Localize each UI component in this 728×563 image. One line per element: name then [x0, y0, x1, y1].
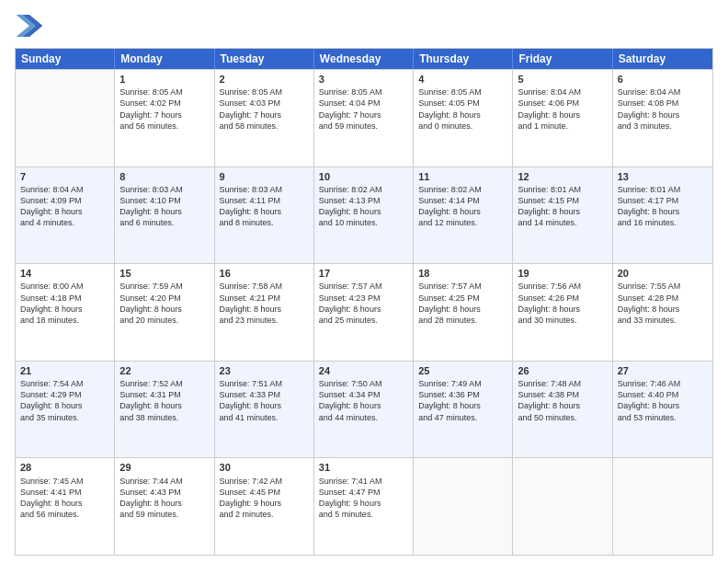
day-number: 29 — [119, 461, 209, 474]
calendar-cell: 17Sunrise: 7:57 AM Sunset: 4:23 PM Dayli… — [314, 264, 414, 361]
cell-info: Sunrise: 7:57 AM Sunset: 4:23 PM Dayligh… — [319, 281, 408, 326]
cell-info: Sunrise: 8:01 AM Sunset: 4:17 PM Dayligh… — [618, 184, 708, 229]
calendar-row: 7Sunrise: 8:04 AM Sunset: 4:09 PM Daylig… — [16, 167, 712, 264]
cal-header-day: Friday — [513, 49, 612, 69]
day-number: 14 — [20, 267, 109, 280]
calendar-cell: 3Sunrise: 8:05 AM Sunset: 4:04 PM Daylig… — [314, 70, 414, 167]
day-number: 8 — [119, 170, 209, 183]
day-number: 22 — [119, 364, 209, 377]
cell-info: Sunrise: 8:03 AM Sunset: 4:10 PM Dayligh… — [119, 184, 209, 229]
day-number: 26 — [518, 364, 607, 377]
cal-header-day: Wednesday — [314, 49, 414, 69]
calendar-cell: 2Sunrise: 8:05 AM Sunset: 4:03 PM Daylig… — [215, 70, 314, 167]
calendar-cell — [513, 458, 612, 555]
calendar-cell: 23Sunrise: 7:51 AM Sunset: 4:33 PM Dayli… — [215, 362, 314, 458]
calendar-cell — [613, 458, 712, 555]
cell-info: Sunrise: 8:04 AM Sunset: 4:08 PM Dayligh… — [618, 86, 708, 132]
calendar-header: SundayMondayTuesdayWednesdayThursdayFrid… — [16, 49, 712, 69]
day-number: 1 — [119, 73, 209, 86]
day-number: 31 — [319, 461, 408, 474]
day-number: 16 — [220, 267, 309, 280]
cal-header-day: Tuesday — [215, 49, 314, 69]
calendar-cell: 28Sunrise: 7:45 AM Sunset: 4:41 PM Dayli… — [16, 458, 115, 555]
calendar-cell: 29Sunrise: 7:44 AM Sunset: 4:43 PM Dayli… — [115, 458, 214, 555]
calendar-cell: 9Sunrise: 8:03 AM Sunset: 4:11 PM Daylig… — [215, 167, 314, 264]
cell-info: Sunrise: 8:03 AM Sunset: 4:11 PM Dayligh… — [220, 184, 309, 229]
day-number: 17 — [319, 267, 408, 280]
day-number: 11 — [418, 170, 507, 183]
cell-info: Sunrise: 7:45 AM Sunset: 4:41 PM Dayligh… — [20, 476, 109, 521]
logo-icon — [15, 11, 44, 40]
calendar-row: 28Sunrise: 7:45 AM Sunset: 4:41 PM Dayli… — [16, 457, 712, 555]
header — [15, 11, 713, 40]
cell-info: Sunrise: 8:02 AM Sunset: 4:13 PM Dayligh… — [319, 184, 408, 229]
cal-header-day: Thursday — [414, 49, 513, 69]
calendar-cell: 12Sunrise: 8:01 AM Sunset: 4:15 PM Dayli… — [513, 167, 612, 264]
day-number: 3 — [319, 73, 408, 86]
calendar-cell: 6Sunrise: 8:04 AM Sunset: 4:08 PM Daylig… — [613, 70, 712, 167]
cell-info: Sunrise: 8:05 AM Sunset: 4:05 PM Dayligh… — [418, 86, 507, 132]
calendar-cell: 11Sunrise: 8:02 AM Sunset: 4:14 PM Dayli… — [414, 167, 513, 264]
day-number: 20 — [618, 267, 708, 280]
day-number: 15 — [119, 267, 209, 280]
cell-info: Sunrise: 7:59 AM Sunset: 4:20 PM Dayligh… — [119, 281, 209, 326]
cell-info: Sunrise: 7:44 AM Sunset: 4:43 PM Dayligh… — [119, 476, 209, 521]
day-number: 19 — [518, 267, 607, 280]
calendar-cell: 14Sunrise: 8:00 AM Sunset: 4:18 PM Dayli… — [16, 264, 115, 361]
calendar-cell: 10Sunrise: 8:02 AM Sunset: 4:13 PM Dayli… — [314, 167, 414, 264]
cell-info: Sunrise: 7:56 AM Sunset: 4:26 PM Dayligh… — [518, 281, 607, 326]
day-number: 5 — [518, 73, 607, 86]
calendar-cell: 22Sunrise: 7:52 AM Sunset: 4:31 PM Dayli… — [115, 362, 214, 458]
cell-info: Sunrise: 7:42 AM Sunset: 4:45 PM Dayligh… — [220, 476, 309, 521]
calendar-cell: 4Sunrise: 8:05 AM Sunset: 4:05 PM Daylig… — [414, 70, 513, 167]
calendar-row: 21Sunrise: 7:54 AM Sunset: 4:29 PM Dayli… — [16, 361, 712, 458]
calendar-cell: 24Sunrise: 7:50 AM Sunset: 4:34 PM Dayli… — [314, 362, 414, 458]
cell-info: Sunrise: 7:52 AM Sunset: 4:31 PM Dayligh… — [119, 378, 209, 423]
cell-info: Sunrise: 7:46 AM Sunset: 4:40 PM Dayligh… — [618, 378, 708, 423]
calendar-cell — [16, 70, 115, 167]
calendar-row: 1Sunrise: 8:05 AM Sunset: 4:02 PM Daylig… — [16, 69, 712, 167]
calendar-cell: 20Sunrise: 7:55 AM Sunset: 4:28 PM Dayli… — [613, 264, 712, 361]
day-number: 28 — [20, 461, 109, 474]
calendar-cell: 8Sunrise: 8:03 AM Sunset: 4:10 PM Daylig… — [115, 167, 214, 264]
logo — [15, 11, 48, 40]
day-number: 21 — [20, 364, 109, 377]
page: SundayMondayTuesdayWednesdayThursdayFrid… — [0, 0, 728, 563]
cell-info: Sunrise: 7:49 AM Sunset: 4:36 PM Dayligh… — [418, 378, 507, 423]
cell-info: Sunrise: 8:02 AM Sunset: 4:14 PM Dayligh… — [418, 184, 507, 229]
calendar-body: 1Sunrise: 8:05 AM Sunset: 4:02 PM Daylig… — [16, 69, 712, 555]
cell-info: Sunrise: 8:04 AM Sunset: 4:09 PM Dayligh… — [20, 184, 109, 229]
day-number: 9 — [220, 170, 309, 183]
calendar-cell: 1Sunrise: 8:05 AM Sunset: 4:02 PM Daylig… — [115, 70, 214, 167]
day-number: 13 — [618, 170, 708, 183]
calendar-cell: 7Sunrise: 8:04 AM Sunset: 4:09 PM Daylig… — [16, 167, 115, 264]
cell-info: Sunrise: 8:05 AM Sunset: 4:04 PM Dayligh… — [319, 86, 408, 132]
day-number: 30 — [220, 461, 309, 474]
calendar-cell: 5Sunrise: 8:04 AM Sunset: 4:06 PM Daylig… — [513, 70, 612, 167]
day-number: 6 — [618, 73, 708, 86]
calendar-cell: 25Sunrise: 7:49 AM Sunset: 4:36 PM Dayli… — [414, 362, 513, 458]
cell-info: Sunrise: 7:48 AM Sunset: 4:38 PM Dayligh… — [518, 378, 607, 423]
day-number: 24 — [319, 364, 408, 377]
cell-info: Sunrise: 7:51 AM Sunset: 4:33 PM Dayligh… — [220, 378, 309, 423]
calendar-cell: 30Sunrise: 7:42 AM Sunset: 4:45 PM Dayli… — [215, 458, 314, 555]
cal-header-day: Saturday — [613, 49, 712, 69]
cell-info: Sunrise: 7:55 AM Sunset: 4:28 PM Dayligh… — [618, 281, 708, 326]
calendar-cell: 21Sunrise: 7:54 AM Sunset: 4:29 PM Dayli… — [16, 362, 115, 458]
day-number: 25 — [418, 364, 507, 377]
calendar-cell: 16Sunrise: 7:58 AM Sunset: 4:21 PM Dayli… — [215, 264, 314, 361]
day-number: 4 — [418, 73, 507, 86]
cell-info: Sunrise: 8:04 AM Sunset: 4:06 PM Dayligh… — [518, 86, 607, 132]
day-number: 7 — [20, 170, 109, 183]
cell-info: Sunrise: 7:50 AM Sunset: 4:34 PM Dayligh… — [319, 378, 408, 423]
cell-info: Sunrise: 7:58 AM Sunset: 4:21 PM Dayligh… — [220, 281, 309, 326]
calendar-cell: 15Sunrise: 7:59 AM Sunset: 4:20 PM Dayli… — [115, 264, 214, 361]
calendar-cell: 19Sunrise: 7:56 AM Sunset: 4:26 PM Dayli… — [513, 264, 612, 361]
cell-info: Sunrise: 7:57 AM Sunset: 4:25 PM Dayligh… — [418, 281, 507, 326]
calendar-cell: 27Sunrise: 7:46 AM Sunset: 4:40 PM Dayli… — [613, 362, 712, 458]
calendar: SundayMondayTuesdayWednesdayThursdayFrid… — [15, 48, 713, 556]
cal-header-day: Monday — [115, 49, 214, 69]
day-number: 18 — [418, 267, 507, 280]
day-number: 10 — [319, 170, 408, 183]
cell-info: Sunrise: 8:05 AM Sunset: 4:02 PM Dayligh… — [119, 86, 209, 132]
